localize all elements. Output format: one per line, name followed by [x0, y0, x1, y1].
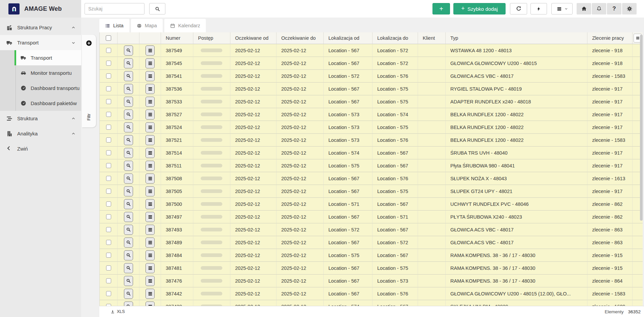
tab-lista[interactable]: Lista [99, 19, 129, 32]
table-row[interactable]: 387508 2025-02-12 2025-02-12 Location - … [100, 172, 643, 185]
row-checkbox[interactable] [106, 189, 111, 194]
table-row[interactable]: 387489 2025-02-12 2025-02-12 Location - … [100, 236, 643, 249]
table-row[interactable]: 387514 2025-02-12 2025-02-12 Location - … [100, 147, 643, 159]
row-menu-button[interactable] [146, 58, 155, 68]
table-row[interactable]: 387505 2025-02-12 2025-02-12 Location - … [100, 185, 643, 198]
table-row[interactable]: 387545 2025-02-12 2025-02-12 Location - … [100, 57, 643, 70]
row-preview-button[interactable] [124, 161, 133, 171]
row-checkbox[interactable] [106, 291, 111, 296]
row-preview-button[interactable] [124, 97, 133, 107]
row-menu-button[interactable] [146, 148, 155, 158]
select-all-checkbox[interactable] [106, 35, 111, 41]
sidebar-item-analityka[interactable]: Analityka [0, 126, 81, 141]
table-row[interactable]: 387442 2025-02-12 2025-02-12 Location - … [100, 287, 643, 300]
row-preview-button[interactable] [124, 199, 133, 209]
table-row[interactable]: 387500 2025-02-12 2025-02-12 Location - … [100, 198, 643, 211]
quick-add-button[interactable]: +Szybko dodaj [453, 3, 506, 14]
table-row[interactable]: 387476 2025-02-12 2025-02-12 Location - … [100, 275, 643, 287]
row-checkbox[interactable] [106, 201, 111, 207]
row-preview-button[interactable] [124, 109, 133, 120]
row-preview-button[interactable] [124, 45, 133, 56]
table-row[interactable]: 387533 2025-02-12 2025-02-12 Location - … [100, 95, 643, 108]
add-button[interactable]: + [432, 3, 450, 14]
row-checkbox[interactable] [106, 48, 111, 53]
row-preview-button[interactable] [124, 263, 133, 273]
sidebar-item-struktura-pracy[interactable]: Struktura Pracy [0, 20, 81, 35]
row-menu-button[interactable] [146, 84, 155, 94]
menu-button[interactable] [551, 3, 573, 14]
filter-panel-tab[interactable]: Filtr [82, 35, 96, 127]
table-row[interactable]: 387524 2025-02-12 2025-02-12 Location - … [100, 121, 643, 134]
row-preview-button[interactable] [124, 148, 133, 158]
row-menu-button[interactable] [146, 302, 155, 306]
help-button[interactable]: ? [607, 3, 621, 14]
row-preview-button[interactable] [124, 84, 133, 94]
sidebar-item-dashboard-transportu[interactable]: Dashboard transportu [0, 81, 81, 96]
row-preview-button[interactable] [124, 58, 133, 68]
row-preview-button[interactable] [124, 173, 133, 184]
row-checkbox[interactable] [106, 265, 111, 271]
row-menu-button[interactable] [146, 250, 155, 260]
export-xls-button[interactable]: XLS [110, 309, 125, 314]
row-menu-button[interactable] [146, 237, 155, 248]
row-preview-button[interactable] [124, 237, 133, 248]
row-checkbox[interactable] [106, 99, 111, 104]
table-row[interactable]: 387511 2025-02-12 2025-02-12 Location - … [100, 159, 643, 172]
table-row[interactable]: 387541 2025-02-12 2025-02-12 Location - … [100, 70, 643, 83]
tab-mapa[interactable]: Mapa [131, 19, 163, 32]
sidebar-item-monitor-transportu[interactable]: Monitor transportu [0, 65, 81, 81]
row-checkbox[interactable] [106, 176, 111, 181]
row-checkbox[interactable] [106, 240, 111, 245]
row-menu-button[interactable] [146, 225, 155, 235]
vertical-scrollbar[interactable] [640, 33, 643, 305]
add-filter-icon[interactable] [86, 40, 92, 46]
row-preview-button[interactable] [124, 289, 133, 299]
row-preview-button[interactable] [124, 302, 133, 306]
settings-button[interactable] [622, 3, 637, 14]
row-menu-button[interactable] [146, 173, 155, 184]
table-row[interactable]: 387484 2025-02-12 2025-02-12 Location - … [100, 249, 643, 262]
table-row[interactable]: 387493 2025-02-12 2025-02-12 Location - … [100, 223, 643, 236]
sidebar-item-transport-group[interactable]: Transport [0, 35, 81, 50]
row-menu-button[interactable] [146, 135, 155, 145]
row-checkbox[interactable] [106, 137, 111, 142]
row-preview-button[interactable] [124, 186, 133, 196]
row-menu-button[interactable] [146, 161, 155, 171]
sidebar-item-dashboard-pakietow[interactable]: Dashboard pakietów [0, 96, 81, 111]
row-menu-button[interactable] [146, 97, 155, 107]
table-row[interactable]: 387481 2025-02-12 2025-02-12 Location - … [100, 262, 643, 275]
table-row[interactable]: 387521 2025-02-12 2025-02-12 Location - … [100, 134, 643, 147]
table-row[interactable]: 387527 2025-02-12 2025-02-12 Location - … [100, 108, 643, 121]
notifications-button[interactable] [592, 3, 606, 14]
tab-kalendarz[interactable]: Kalendarz [164, 19, 206, 32]
table-row[interactable]: 387497 2025-02-12 2025-02-12 Location - … [100, 211, 643, 223]
row-preview-button[interactable] [124, 122, 133, 132]
row-preview-button[interactable] [124, 250, 133, 260]
row-menu-button[interactable] [146, 45, 155, 56]
refresh-button[interactable] [510, 3, 527, 14]
row-menu-button[interactable] [146, 263, 155, 273]
row-checkbox[interactable] [106, 112, 111, 117]
row-menu-button[interactable] [146, 122, 155, 132]
row-checkbox[interactable] [106, 125, 111, 130]
sidebar-collapse-button[interactable]: Zwiń [0, 141, 81, 156]
row-preview-button[interactable] [124, 71, 133, 81]
row-checkbox[interactable] [106, 61, 111, 66]
row-checkbox[interactable] [106, 227, 111, 232]
row-menu-button[interactable] [146, 199, 155, 209]
search-button[interactable] [149, 3, 165, 14]
table-row[interactable]: 387438 2025-02-12 2025-02-12 Location - … [100, 300, 643, 306]
row-menu-button[interactable] [146, 276, 155, 286]
sidebar-item-struktura[interactable]: Struktura [0, 111, 81, 126]
row-checkbox[interactable] [106, 73, 111, 78]
home-button[interactable] [577, 3, 591, 14]
sidebar-item-transport[interactable]: Transport [14, 50, 81, 65]
row-menu-button[interactable] [146, 212, 155, 222]
row-checkbox[interactable] [106, 214, 111, 219]
quick-actions-button[interactable] [530, 3, 547, 14]
row-preview-button[interactable] [124, 225, 133, 235]
row-menu-button[interactable] [146, 289, 155, 299]
row-checkbox[interactable] [106, 253, 111, 258]
table-row[interactable]: 387536 2025-02-12 2025-02-12 Location - … [100, 83, 643, 95]
row-menu-button[interactable] [146, 109, 155, 120]
